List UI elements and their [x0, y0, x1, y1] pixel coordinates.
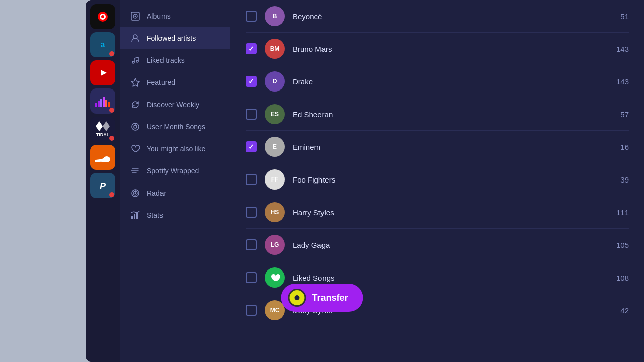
- albums-label: Albums: [147, 12, 171, 20]
- svg-rect-40: [131, 216, 133, 219]
- radar-label: Radar: [147, 189, 166, 197]
- nav-sidebar: Albums Followed artists Liked tracks: [120, 0, 230, 362]
- table-row: ESEd Sheeran57: [246, 98, 629, 131]
- table-row: EEminem16: [246, 131, 629, 163]
- service-sidebar: a: [86, 0, 120, 362]
- artist-avatar: E: [265, 137, 285, 157]
- music-icon: [130, 121, 141, 132]
- stats-icon: [130, 210, 141, 221]
- svg-marker-14: [103, 121, 110, 131]
- artist-name: Bruno Mars: [293, 45, 601, 53]
- service-icon-soundcloud[interactable]: [90, 145, 115, 170]
- list-icon: [130, 165, 141, 176]
- svg-rect-11: [105, 100, 107, 107]
- sidebar-item-spotify-wrapped[interactable]: Spotify Wrapped: [120, 160, 230, 182]
- song-count: 108: [609, 274, 629, 282]
- star-icon: [130, 77, 141, 88]
- discover-weekly-label: Discover Weekly: [147, 101, 199, 109]
- table-row: LGLady Gaga105: [246, 229, 629, 261]
- svg-rect-12: [108, 102, 110, 107]
- song-count: 16: [609, 143, 629, 151]
- transfer-button-container: Transfer: [281, 284, 363, 312]
- album-icon: [130, 11, 141, 22]
- artist-checkbox-beyoncé[interactable]: [246, 11, 257, 22]
- svg-rect-41: [134, 214, 135, 219]
- svg-point-25: [135, 16, 136, 17]
- artist-checkbox-foo-fighters[interactable]: [246, 174, 257, 185]
- main-container: a: [86, 0, 644, 362]
- artist-name: Eminem: [293, 143, 601, 151]
- song-count: 51: [609, 12, 629, 21]
- service-icon-amazon[interactable]: a: [90, 32, 115, 57]
- svg-rect-10: [103, 97, 105, 107]
- artist-name: Liked Songs: [293, 274, 601, 282]
- spotify-wrapped-label: Spotify Wrapped: [147, 167, 199, 175]
- song-count: 42: [609, 306, 629, 315]
- tidal-badge: [109, 136, 114, 141]
- service-icon-deezer[interactable]: [90, 88, 115, 114]
- sidebar-item-you-might-also-like[interactable]: You might also like: [120, 138, 230, 160]
- amazon-badge: [109, 51, 114, 56]
- artist-checkbox-liked-songs[interactable]: [246, 272, 257, 283]
- artist-checkbox-drake[interactable]: [246, 76, 257, 87]
- svg-point-27: [132, 61, 134, 63]
- service-icon-pandora[interactable]: P: [90, 173, 115, 198]
- service-icon-youtube[interactable]: [90, 60, 115, 85]
- artist-avatar: LG: [265, 235, 285, 255]
- service-icon-tidal[interactable]: TIDAL: [90, 117, 115, 142]
- artist-checkbox-ed-sheeran[interactable]: [246, 109, 257, 120]
- table-row: FFFoo Fighters39: [246, 163, 629, 196]
- transfer-orb: [288, 289, 306, 307]
- svg-rect-42: [136, 213, 138, 219]
- featured-label: Featured: [147, 78, 175, 86]
- artist-checkbox-lady-gaga[interactable]: [246, 239, 257, 250]
- refresh-icon: [130, 99, 141, 110]
- svg-rect-9: [100, 99, 102, 107]
- sidebar-item-liked-tracks[interactable]: Liked tracks: [120, 49, 230, 71]
- artist-name: Ed Sheeran: [293, 110, 601, 119]
- artists-list: BBeyoncé51BMBruno Mars143DDrake143ESEd S…: [230, 0, 644, 326]
- sidebar-item-albums[interactable]: Albums: [120, 5, 230, 27]
- user-month-songs-label: User Month Songs: [147, 123, 205, 131]
- sidebar-item-radar[interactable]: Radar: [120, 182, 230, 204]
- person-icon: [130, 33, 141, 44]
- artist-avatar: FF: [265, 169, 285, 190]
- sidebar-item-user-month-songs[interactable]: User Month Songs: [120, 116, 230, 138]
- artist-name: Foo Fighters: [293, 175, 601, 184]
- artist-checkbox-bruno-mars[interactable]: [246, 43, 257, 54]
- artist-name: Beyoncé: [293, 12, 601, 21]
- note-icon: [130, 55, 141, 66]
- artist-name: Lady Gaga: [293, 241, 601, 249]
- transfer-button[interactable]: Transfer: [281, 284, 363, 312]
- you-might-also-like-label: You might also like: [147, 145, 205, 153]
- sidebar-item-featured[interactable]: Featured: [120, 71, 230, 94]
- pandora-badge: [109, 192, 114, 197]
- song-count: 111: [609, 208, 629, 217]
- sidebar-item-stats[interactable]: Stats: [120, 204, 230, 226]
- service-icon-youtube-music[interactable]: [90, 4, 115, 29]
- song-count: 39: [609, 175, 629, 184]
- svg-rect-8: [98, 101, 100, 107]
- artist-avatar: D: [265, 71, 285, 92]
- artist-checkbox-harry-styles[interactable]: [246, 207, 257, 218]
- transfer-label: Transfer: [312, 293, 348, 303]
- artist-avatar: HS: [265, 202, 285, 222]
- heart-icon: [130, 143, 141, 154]
- radar-icon: [130, 188, 141, 199]
- artist-checkbox-miley-cyrus[interactable]: [246, 305, 257, 316]
- table-row: DDrake143: [246, 65, 629, 98]
- svg-text:a: a: [101, 40, 105, 49]
- svg-point-20: [95, 160, 97, 162]
- sidebar-item-discover-weekly[interactable]: Discover Weekly: [120, 94, 230, 116]
- artist-avatar: ES: [265, 104, 285, 124]
- song-count: 57: [609, 110, 629, 119]
- stats-label: Stats: [147, 211, 163, 219]
- artist-avatar: B: [265, 6, 285, 26]
- artist-checkbox-eminem[interactable]: [246, 141, 257, 152]
- table-row: BBeyoncé51: [246, 0, 629, 33]
- svg-point-2: [101, 15, 104, 18]
- sidebar-item-followed-artists[interactable]: Followed artists: [120, 27, 230, 49]
- liked-tracks-label: Liked tracks: [147, 56, 185, 64]
- svg-marker-13: [96, 121, 103, 131]
- svg-point-28: [136, 60, 138, 62]
